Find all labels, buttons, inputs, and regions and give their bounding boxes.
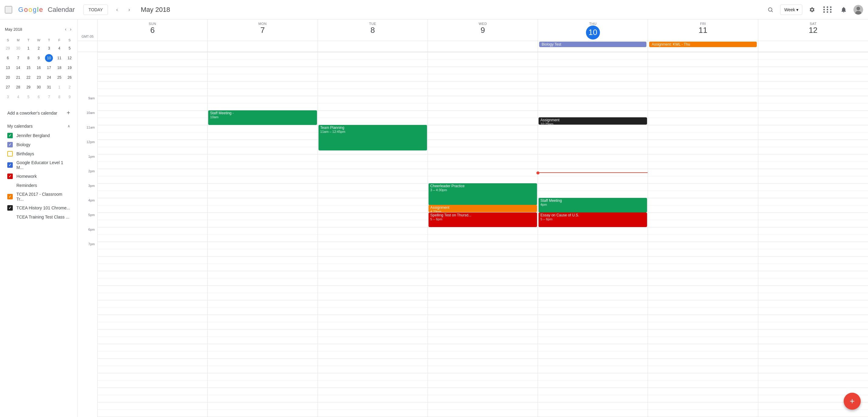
calendar-event[interactable]: Staff Meeting -10am <box>208 110 317 125</box>
mini-cal-day-cell[interactable]: 12 <box>65 54 74 63</box>
mini-cal-day-cell[interactable]: 5 <box>24 92 33 101</box>
mini-cal-day-cell[interactable]: 18 <box>54 63 64 72</box>
calendar-item[interactable]: Jennifer Bergland <box>2 131 75 140</box>
day-column[interactable]: Team Planning11am – 12:45pm <box>318 52 428 417</box>
calendar-item[interactable]: Google Educator Level 1 M... <box>2 158 75 172</box>
calendar-event[interactable]: Essay on Cause of U.S.5 – 6pm <box>538 212 647 227</box>
day-header-number[interactable]: 10 <box>539 26 646 39</box>
calendar-checkbox[interactable] <box>7 214 13 220</box>
mini-cal-day-cell[interactable]: 4 <box>54 44 64 53</box>
mini-cal-day-cell[interactable]: 8 <box>24 54 33 63</box>
day-header-number[interactable]: 6 <box>99 26 206 35</box>
menu-button[interactable] <box>5 6 12 13</box>
day-column[interactable]: Assignment10:29amStaff Meeting4pmEssay o… <box>538 52 648 417</box>
mini-cal-day-cell[interactable]: 21 <box>13 73 23 82</box>
mini-cal-day-cell[interactable]: 6 <box>3 54 13 63</box>
day-header-cell[interactable]: Mon7 <box>207 20 317 41</box>
calendar-item[interactable]: Homework <box>2 172 75 181</box>
calendar-checkbox[interactable] <box>7 142 13 147</box>
day-header-number[interactable]: 12 <box>760 26 867 35</box>
calendar-event[interactable]: Assignment4:29pm <box>429 205 537 212</box>
calendar-event[interactable]: Assignment10:29am <box>538 117 647 125</box>
calendar-checkbox[interactable] <box>7 205 13 211</box>
calendar-item[interactable]: TCEA History 101 Chrome... <box>2 203 75 212</box>
add-coworker[interactable]: Add a coworker's calendar + <box>2 107 75 119</box>
all-day-event[interactable]: Biology Test <box>539 42 646 47</box>
mini-cal-day-cell[interactable]: 2 <box>34 44 44 53</box>
mini-cal-day-cell[interactable]: 9 <box>34 54 44 63</box>
notifications-button[interactable] <box>838 4 850 16</box>
mini-cal-day-cell[interactable]: 29 <box>24 83 33 92</box>
day-header-cell[interactable]: Wed9 <box>428 20 538 41</box>
calendar-event[interactable]: Cheerleader Practice3 – 4:30pm <box>429 183 537 205</box>
mini-cal-day-cell[interactable]: 17 <box>44 63 54 72</box>
day-header-cell[interactable]: Thu10 <box>538 20 648 41</box>
mini-cal-day-cell[interactable]: 26 <box>65 73 74 82</box>
mini-cal-day-cell[interactable]: 15 <box>24 63 33 72</box>
mini-cal-day-cell[interactable]: 6 <box>34 92 44 101</box>
day-header-cell[interactable]: Sat12 <box>758 20 868 41</box>
mini-cal-next[interactable]: › <box>69 26 73 33</box>
mini-cal-prev[interactable]: ‹ <box>64 26 68 33</box>
mini-cal-day-cell[interactable]: 13 <box>3 63 13 72</box>
mini-cal-day-cell[interactable]: 2 <box>65 83 74 92</box>
calendar-checkbox[interactable] <box>7 174 13 179</box>
calendar-item[interactable]: TCEA 2017 - Classroom Tr... <box>2 190 75 203</box>
mini-cal-day-cell[interactable]: 4 <box>13 92 23 101</box>
calendar-checkbox[interactable] <box>7 133 13 138</box>
calendar-item[interactable]: Birthdays <box>2 149 75 158</box>
calendar-checkbox[interactable] <box>7 194 13 199</box>
mini-cal-day-cell[interactable]: 30 <box>13 44 23 53</box>
mini-cal-day-cell[interactable]: 7 <box>44 92 54 101</box>
mini-cal-day-cell[interactable]: 3 <box>44 44 54 53</box>
mini-cal-day-cell[interactable]: 14 <box>13 63 23 72</box>
day-column[interactable] <box>758 52 868 417</box>
mini-cal-day-cell[interactable]: 19 <box>65 63 74 72</box>
day-column[interactable]: Staff Meeting -10am <box>207 52 317 417</box>
calendar-event[interactable]: Spelling Test on Thursd...5 – 6pm <box>429 212 537 227</box>
day-header-number[interactable]: 8 <box>319 26 426 35</box>
calendar-item[interactable]: Biology <box>2 140 75 149</box>
my-calendars-header[interactable]: My calendars ∧ <box>2 121 75 131</box>
calendar-event[interactable]: Staff Meeting4pm <box>538 198 647 212</box>
mini-cal-day-cell[interactable]: 25 <box>54 73 64 82</box>
view-selector[interactable]: Week ▾ <box>780 5 802 15</box>
create-event-fab[interactable]: + <box>844 393 861 410</box>
calendar-item[interactable]: Reminders <box>2 181 75 190</box>
mini-cal-day-cell[interactable]: 24 <box>44 73 54 82</box>
mini-cal-day-cell[interactable]: 7 <box>13 54 23 63</box>
search-button[interactable] <box>764 4 777 16</box>
today-button[interactable]: TODAY <box>83 5 108 15</box>
mini-cal-day-cell[interactable]: 16 <box>34 63 44 72</box>
mini-cal-day-cell[interactable]: 31 <box>44 83 54 92</box>
apps-button[interactable] <box>822 4 834 16</box>
mini-cal-day-cell[interactable]: 27 <box>3 83 13 92</box>
avatar[interactable] <box>854 5 863 14</box>
calendar-item[interactable]: TCEA Training Test Class ... <box>2 212 75 221</box>
mini-cal-day-cell[interactable]: 8 <box>54 92 64 101</box>
day-header-number[interactable]: 11 <box>649 26 756 35</box>
mini-cal-day-cell[interactable]: 9 <box>65 92 74 101</box>
prev-week-button[interactable]: ‹ <box>112 4 122 15</box>
mini-cal-day-cell[interactable]: 5 <box>65 44 74 53</box>
settings-button[interactable] <box>806 4 818 16</box>
mini-cal-day-cell[interactable]: 20 <box>3 73 13 82</box>
calendar-checkbox[interactable] <box>7 183 13 188</box>
day-column[interactable]: Cheerleader Practice3 – 4:30pmAssignment… <box>428 52 538 417</box>
day-header-number[interactable]: 7 <box>209 26 316 35</box>
calendar-checkbox[interactable] <box>7 151 13 156</box>
mini-cal-day-cell[interactable]: 1 <box>54 83 64 92</box>
calendar-checkbox[interactable] <box>7 162 13 168</box>
mini-cal-day-cell[interactable]: 28 <box>13 83 23 92</box>
day-header-cell[interactable]: Tue8 <box>318 20 428 41</box>
mini-cal-day-cell[interactable]: 10 <box>44 54 54 63</box>
day-header-cell[interactable]: Fri11 <box>648 20 758 41</box>
day-header-cell[interactable]: Sun6 <box>97 20 207 41</box>
mini-cal-day-cell[interactable]: 23 <box>34 73 44 82</box>
day-column[interactable] <box>97 52 207 417</box>
mini-cal-day-cell[interactable]: 29 <box>3 44 13 53</box>
day-header-number[interactable]: 9 <box>429 26 536 35</box>
mini-cal-day-cell[interactable]: 11 <box>54 54 64 63</box>
mini-cal-day-cell[interactable]: 3 <box>3 92 13 101</box>
mini-cal-day-cell[interactable]: 22 <box>24 73 33 82</box>
